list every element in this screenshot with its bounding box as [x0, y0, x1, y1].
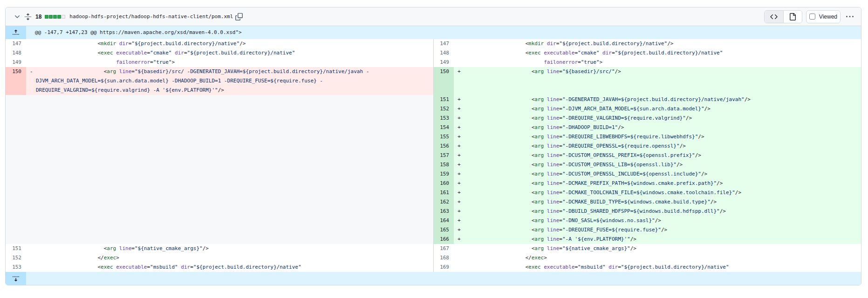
code-cell-right: <exec executable="cmake" dir="${project.… [454, 48, 861, 58]
line-number-right[interactable]: 156 [433, 142, 454, 151]
viewed-toggle-button[interactable]: Viewed [806, 10, 841, 23]
diffstat-neutral-square [62, 15, 65, 19]
line-number-right[interactable]: 155 [433, 132, 454, 142]
diff-row: 153 <exec executable="msbuild" dir="${pr… [6, 263, 861, 272]
line-number-right[interactable]: 163 [433, 207, 454, 216]
code-cell-left: <mkdir dir="${project.build.directory}/n… [26, 39, 433, 48]
line-number-left[interactable]: 152 [6, 253, 26, 263]
file-path-link[interactable]: hadoop-hdfs-project/hadoop-hdfs-native-c… [69, 14, 233, 20]
line-number-right[interactable]: 166 [433, 235, 454, 244]
code-cell-right: + <arg line="-DCMAKE_TOOLCHAIN_FILE=${wi… [454, 188, 861, 197]
line-number-left[interactable]: 150 [6, 67, 26, 95]
file-view-toggle [764, 10, 802, 23]
code-cell-left [26, 95, 433, 104]
code-cell-left [26, 216, 433, 225]
expand-up-cell[interactable] [6, 26, 26, 39]
diff-marker: + [458, 151, 461, 160]
code-cell-right: + <arg line="-DNO_SASL=${windows.no.sasl… [454, 216, 861, 225]
diff-marker: + [458, 142, 461, 151]
code-cell-left [26, 142, 433, 151]
diff-marker: + [458, 123, 461, 132]
line-number-right[interactable]: 168 [433, 253, 454, 263]
file-options-button[interactable] [846, 13, 854, 20]
code-cell-right: + <arg line="-DREQUIRE_OPENSSL=${require… [454, 142, 861, 151]
line-number-right[interactable]: 157 [433, 151, 454, 160]
viewed-label: Viewed [819, 14, 837, 20]
source-view-button[interactable] [765, 11, 783, 23]
line-number-left[interactable]: 147 [6, 39, 26, 48]
line-number-right[interactable]: 147 [433, 39, 454, 48]
code-cell-left [26, 225, 433, 235]
diff-marker: + [458, 104, 461, 114]
code-cell-left [26, 235, 433, 244]
code-cell-right: + <arg line="-DCMAKE_BUILD_TYPE=${window… [454, 197, 861, 207]
split-diff-table: @@ -147,7 +147,23 @@ https://maven.apach… [6, 26, 861, 285]
line-number-right[interactable]: 167 [433, 244, 454, 253]
line-number-right[interactable]: 153 [433, 114, 454, 123]
kebab-horizontal-icon [846, 13, 854, 20]
line-number-right[interactable]: 150 [433, 67, 454, 95]
code-cell-right: + <arg line="${basedir}/src/"/> [454, 67, 861, 95]
expand-down-cell[interactable] [6, 272, 26, 285]
line-number-left [6, 132, 26, 142]
line-number-right[interactable]: 151 [433, 95, 454, 104]
line-number-right[interactable]: 158 [433, 160, 454, 169]
diff-marker: + [458, 197, 461, 207]
copy-path-button[interactable] [235, 13, 243, 20]
code-cell-left [26, 151, 433, 160]
diffstat-added-square [53, 15, 57, 19]
diff-marker: + [458, 188, 461, 197]
line-number-right[interactable]: 159 [433, 169, 454, 179]
code-cell-left: </exec> [26, 253, 433, 263]
line-number-left [6, 216, 26, 225]
diff-row: 150- <arg line="${basedir}/src/ -DGENERA… [6, 67, 861, 95]
diff-row: 148 <exec executable="cmake" dir="${proj… [6, 48, 861, 58]
line-number-right[interactable]: 161 [433, 188, 454, 197]
collapse-file-button[interactable] [14, 13, 21, 20]
line-number-right[interactable]: 149 [433, 58, 454, 67]
line-number-left [6, 123, 26, 132]
line-number-right[interactable]: 160 [433, 179, 454, 188]
line-number-right[interactable]: 164 [433, 216, 454, 225]
diff-marker: + [458, 169, 461, 179]
diff-row: 153+ <arg line="-DREQUIRE_VALGRIND=${req… [6, 114, 861, 123]
file-header: 18 hadoop-hdfs-project/hadoop-hdfs-nativ… [6, 7, 861, 26]
diff-row: 154+ <arg line="-DHADOOP_BUILD=1"/> [6, 123, 861, 132]
line-number-left[interactable]: 153 [6, 263, 26, 272]
code-cell-right: + <arg line="-DCUSTOM_OPENSSL_INCLUDE=${… [454, 169, 861, 179]
line-number-right[interactable]: 162 [433, 197, 454, 207]
line-number-left[interactable]: 148 [6, 48, 26, 58]
code-cell-left [26, 179, 433, 188]
diff-row: 152 </exec>168 </exec> [6, 253, 861, 263]
line-number-left [6, 95, 26, 104]
line-number-left [6, 235, 26, 244]
diff-marker: + [458, 67, 461, 76]
line-number-left [6, 197, 26, 207]
rich-view-button[interactable] [783, 11, 802, 23]
line-number-left[interactable]: 151 [6, 244, 26, 253]
diff-row: 165+ <arg line="-DREQUIRE_FUSE=${require… [6, 225, 861, 235]
code-cell-left: <arg line="${native_cmake_args}"/> [26, 244, 433, 253]
diffstat-added-square [45, 15, 48, 19]
code-cell-right: + <arg line="-DGENERATED_JAVAH=${project… [454, 95, 861, 104]
diff-marker: + [458, 216, 461, 225]
line-number-right[interactable]: 148 [433, 48, 454, 58]
viewed-checkbox[interactable] [809, 14, 815, 20]
code-cell-right: + <arg line="-DCUSTOM_OPENSSL_LIB=${open… [454, 160, 861, 169]
diff-row: 151+ <arg line="-DGENERATED_JAVAH=${proj… [6, 95, 861, 104]
line-number-left[interactable]: 149 [6, 58, 26, 67]
line-number-right[interactable]: 165 [433, 225, 454, 235]
line-number-left [6, 188, 26, 197]
code-cell-left: failonerror="true"> [26, 58, 433, 67]
line-number-right[interactable]: 152 [433, 104, 454, 114]
expand-all-button[interactable] [24, 13, 32, 20]
line-number-right[interactable]: 169 [433, 263, 454, 272]
line-number-right[interactable]: 154 [433, 123, 454, 132]
fold-down-icon [12, 275, 20, 282]
code-cell-right: + <arg line="-DCUSTOM_OPENSSL_PREFIX=${o… [454, 151, 861, 160]
code-cell-left: - <arg line="${basedir}/src/ -DGENERATED… [26, 67, 433, 95]
hunk-header-text: @@ -147,7 +147,23 @@ https://maven.apach… [26, 26, 861, 39]
code-cell-left: <exec executable="cmake" dir="${project.… [26, 48, 433, 58]
line-number-left [6, 160, 26, 169]
diff-marker: + [458, 95, 461, 104]
